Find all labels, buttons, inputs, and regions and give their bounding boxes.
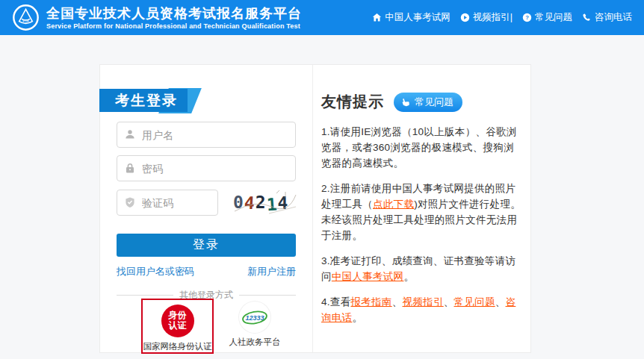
tip-item: 2.注册前请使用中国人事考试网提供的照片处理工具（点此下载)对照片文件进行处理。… <box>321 181 521 243</box>
username-input[interactable] <box>117 122 296 148</box>
tips-title-row: 友情提示 常见问题 <box>321 92 521 112</box>
faq-badge-button[interactable]: 常见问题 <box>394 93 462 112</box>
tips-list: 1.请使用IE浏览器（10以上版本）、谷歌浏览器，或者360浏览器的极速模式、搜… <box>321 124 521 325</box>
tips-title: 友情提示 <box>321 92 384 112</box>
question-icon: ? <box>522 13 532 22</box>
nav-item-video-guide[interactable]: 视频指引| <box>460 11 513 24</box>
new-user-register-link[interactable]: 新用户注册 <box>247 265 296 278</box>
password-input[interactable] <box>117 155 296 181</box>
captcha-field-wrap <box>117 190 218 216</box>
password-field-wrap <box>117 155 296 181</box>
login-panel-banner: 考生登录 <box>99 89 188 112</box>
method-label: 人社政务平台 <box>229 337 281 348</box>
tip-item: 3.准考证打印、成绩查询、证书查验等请访问中国人事考试网。 <box>321 253 521 284</box>
identity-auth-icon: 身份认证 <box>161 305 194 337</box>
tip-link[interactable]: 点此下载 <box>373 199 414 210</box>
method-label: 国家网络身份认证 <box>143 341 212 352</box>
svg-text:?: ? <box>525 14 529 21</box>
tip-link[interactable]: 报考指南 <box>350 296 391 308</box>
platform-12333-icon: 12333 <box>239 302 270 333</box>
main-card: 考生登录 04214 <box>99 64 531 353</box>
user-icon <box>124 128 136 140</box>
lock-icon <box>124 162 136 174</box>
method-national-id-auth[interactable]: 身份认证 国家网络身份认证 <box>141 299 214 354</box>
tip-link[interactable]: 中国人事考试网 <box>332 271 404 282</box>
brand: PTA 全国专业技术人员资格考试报名服务平台 Service Platform … <box>12 4 302 31</box>
tip-link[interactable]: 常见问题 <box>454 296 495 308</box>
home-icon <box>372 13 382 22</box>
tip-item: 4.查看报考指南、视频指引、常见问题、咨询电话。 <box>321 294 521 325</box>
svg-text:PTA: PTA <box>22 19 30 23</box>
app-header: PTA 全国专业技术人员资格考试报名服务平台 Service Platform … <box>0 0 644 35</box>
tips-panel: 友情提示 常见问题 1.请使用IE浏览器（10以上版本）、谷歌浏览器，或者360… <box>313 65 530 352</box>
site-title: 全国专业技术人员资格考试报名服务平台 <box>46 6 302 21</box>
tip-item: 1.请使用IE浏览器（10以上版本）、谷歌浏览器，或者360浏览器的极速模式、搜… <box>321 124 521 171</box>
pointing-hand-icon <box>400 97 411 107</box>
nav-item-cpta-site[interactable]: 中国人事考试网 <box>372 11 451 24</box>
method-social-platform[interactable]: 12333 人社政务平台 <box>217 302 293 348</box>
captcha-image[interactable]: 04214 <box>233 189 297 216</box>
brand-titles: 全国专业技术人员资格考试报名服务平台 Service Platform for … <box>46 6 302 30</box>
play-icon <box>460 13 470 22</box>
shield-check-icon <box>124 196 136 208</box>
username-field-wrap <box>117 122 296 148</box>
svg-text:12333: 12333 <box>245 313 264 321</box>
login-panel: 考生登录 04214 <box>100 65 313 352</box>
tip-link[interactable]: 视频指引 <box>402 296 443 308</box>
nav-item-hotline[interactable]: 咨询电话 <box>582 11 632 24</box>
phone-icon <box>582 13 592 22</box>
site-subtitle: Service Platform for National Profession… <box>46 22 302 30</box>
pta-logo-icon: PTA <box>12 4 40 31</box>
login-panel-title: 考生登录 <box>99 89 188 112</box>
login-button[interactable]: 登录 <box>117 234 296 257</box>
login-links-row: 找回用户名或密码 新用户注册 <box>117 265 296 278</box>
captcha-code: 04214 <box>233 189 297 216</box>
nav-item-faq[interactable]: ? 常见问题 <box>522 11 572 24</box>
header-nav: 中国人事考试网 视频指引| ? 常见问题 咨询电话 <box>372 11 632 24</box>
forgot-credentials-link[interactable]: 找回用户名或密码 <box>117 265 194 278</box>
